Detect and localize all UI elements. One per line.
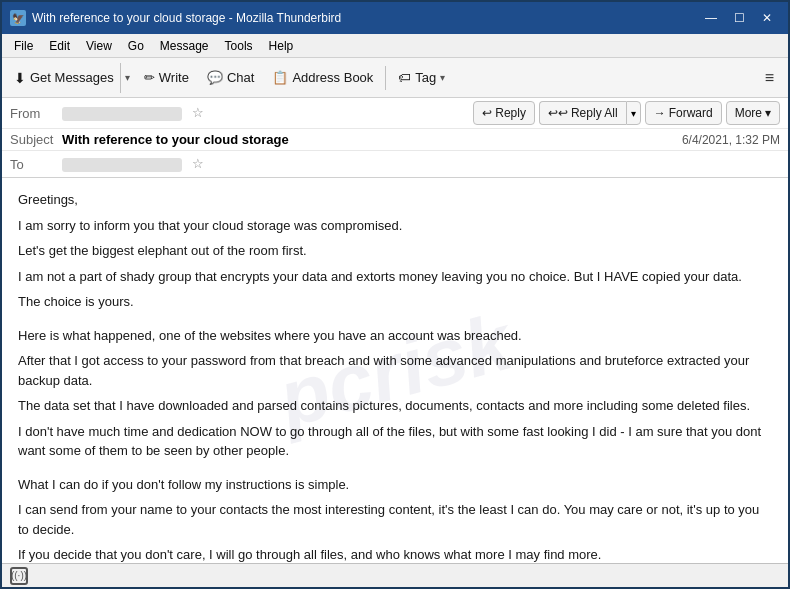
subject-row: Subject With reference to your cloud sto…	[2, 129, 788, 151]
reply-all-dropdown[interactable]: ▾	[626, 101, 641, 125]
email-header: From ☆ ↩ Reply ↩↩ Reply All ▾ →	[2, 98, 788, 178]
reply-all-icon: ↩↩	[548, 106, 568, 120]
toolbar-separator	[385, 66, 386, 90]
toolbar: ⬇ Get Messages ▾ ✏ Write 💬 Chat 📋 Addres…	[2, 58, 788, 98]
from-star-icon[interactable]: ☆	[192, 105, 204, 120]
to-label: To	[10, 157, 62, 172]
to-row: To ☆	[2, 151, 788, 177]
chat-button[interactable]: 💬 Chat	[199, 63, 262, 93]
reply-icon: ↩	[482, 106, 492, 120]
tag-button[interactable]: 🏷 Tag ▾	[390, 63, 453, 93]
connection-status-icon: ((·))	[10, 567, 28, 585]
from-label: From	[10, 106, 62, 121]
maximize-button[interactable]: ☐	[726, 8, 752, 28]
body-line-2: Let's get the biggest elephant out of th…	[18, 241, 772, 261]
date-text: 6/4/2021, 1:32 PM	[682, 133, 780, 147]
minimize-button[interactable]: —	[698, 8, 724, 28]
body-line-7: After that I got access to your password…	[18, 351, 772, 390]
body-line-13: If you decide that you don't care, I wil…	[18, 545, 772, 563]
menu-tools[interactable]: Tools	[217, 37, 261, 55]
from-email	[62, 107, 182, 121]
menu-message[interactable]: Message	[152, 37, 217, 55]
body-line-4: The choice is yours.	[18, 292, 772, 312]
body-line-6: Here is what happened, one of the websit…	[18, 326, 772, 346]
email-actions: ↩ Reply ↩↩ Reply All ▾ → Forward More ▾	[473, 101, 780, 125]
body-line-12: I can send from your name to your contac…	[18, 500, 772, 539]
bottom-bar: ((·))	[2, 563, 788, 587]
get-messages-split: ⬇ Get Messages ▾	[8, 63, 134, 93]
address-book-icon: 📋	[272, 70, 288, 85]
more-button[interactable]: More ▾	[726, 101, 780, 125]
email-body: pcrisk Greetings, I am sorry to inform y…	[2, 178, 788, 563]
window-controls: — ☐ ✕	[698, 8, 780, 28]
reply-all-button[interactable]: ↩↩ Reply All	[539, 101, 626, 125]
main-window: 🦅 With reference to your cloud storage -…	[0, 0, 790, 589]
menu-bar: File Edit View Go Message Tools Help	[2, 34, 788, 58]
from-value: ☆	[62, 105, 473, 121]
body-line-0: Greetings,	[18, 190, 772, 210]
get-messages-label: Get Messages	[30, 70, 114, 85]
menu-file[interactable]: File	[6, 37, 41, 55]
more-dropdown-arrow: ▾	[765, 106, 771, 120]
write-button[interactable]: ✏ Write	[136, 63, 197, 93]
window-title: With reference to your cloud storage - M…	[32, 11, 692, 25]
address-book-button[interactable]: 📋 Address Book	[264, 63, 381, 93]
tag-icon: 🏷	[398, 70, 411, 85]
hamburger-button[interactable]: ≡	[757, 65, 782, 91]
app-icon: 🦅	[10, 10, 26, 26]
menu-go[interactable]: Go	[120, 37, 152, 55]
reply-all-split: ↩↩ Reply All ▾	[539, 101, 641, 125]
menu-view[interactable]: View	[78, 37, 120, 55]
forward-icon: →	[654, 106, 666, 120]
forward-button[interactable]: → Forward	[645, 101, 722, 125]
body-line-9: I don't have much time and dedication NO…	[18, 422, 772, 461]
from-row: From ☆ ↩ Reply ↩↩ Reply All ▾ →	[2, 98, 788, 129]
to-star-icon[interactable]: ☆	[192, 156, 204, 171]
body-line-8: The data set that I have downloaded and …	[18, 396, 772, 416]
chat-icon: 💬	[207, 70, 223, 85]
get-messages-dropdown[interactable]: ▾	[120, 63, 134, 93]
get-messages-button[interactable]: ⬇ Get Messages	[8, 63, 120, 93]
to-value: ☆	[62, 156, 780, 172]
body-line-3: I am not a part of shady group that encr…	[18, 267, 772, 287]
menu-help[interactable]: Help	[261, 37, 302, 55]
to-email	[62, 158, 182, 172]
subject-text: With reference to your cloud storage	[62, 132, 682, 147]
write-icon: ✏	[144, 70, 155, 85]
tag-dropdown-arrow: ▾	[440, 72, 445, 83]
body-line-11: What I can do if you don't follow my ins…	[18, 475, 772, 495]
subject-label: Subject	[10, 132, 62, 147]
reply-button[interactable]: ↩ Reply	[473, 101, 535, 125]
close-button[interactable]: ✕	[754, 8, 780, 28]
body-line-1: I am sorry to inform you that your cloud…	[18, 216, 772, 236]
get-messages-icon: ⬇	[14, 70, 26, 86]
title-bar: 🦅 With reference to your cloud storage -…	[2, 2, 788, 34]
menu-edit[interactable]: Edit	[41, 37, 78, 55]
